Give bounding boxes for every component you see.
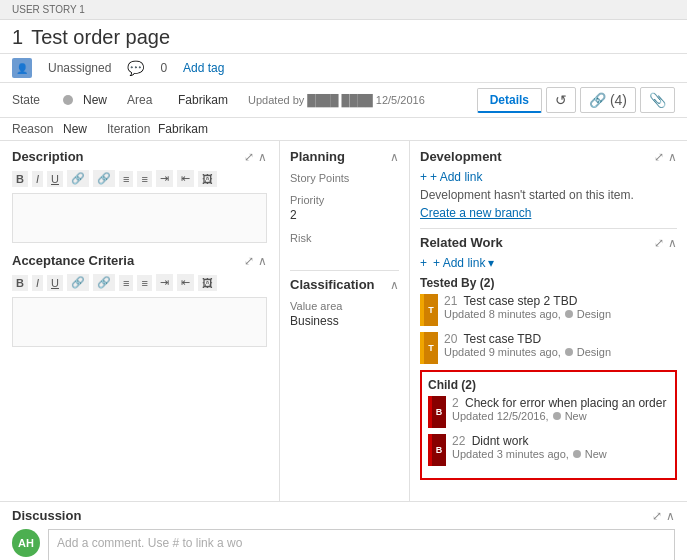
dev-collapse-icon[interactable]: ∧ <box>668 150 677 164</box>
related-expand-icon[interactable]: ⤢ <box>654 236 664 250</box>
fields-row: State New Area Fabrikam Updated by ████ … <box>0 83 687 118</box>
child-header: Child (2) <box>428 378 669 392</box>
top-bar: USER STORY 1 <box>0 0 687 20</box>
ac-underline-btn[interactable]: U <box>47 275 63 291</box>
item-info-20: 20 Test case TBD Updated 9 minutes ago, … <box>444 332 611 358</box>
acceptance-editor[interactable] <box>12 297 267 347</box>
acceptance-toolbar: B I U 🔗 🔗 ≡ ≡ ⇥ ⇤ 🖼 <box>12 274 267 291</box>
acceptance-icons: ⤢ ∧ <box>244 254 267 268</box>
item-title-20: 20 Test case TBD <box>444 332 611 346</box>
create-branch-link[interactable]: Create a new branch <box>420 206 677 220</box>
link-btn-1[interactable]: 🔗 <box>67 170 89 187</box>
collapse-acceptance-icon[interactable]: ∧ <box>258 254 267 268</box>
child-section: Child (2) B 2 Check for error when placi… <box>420 370 677 480</box>
related-work-header: Related Work ⤢ ∧ <box>420 228 677 250</box>
child-badge-2: B <box>428 396 446 428</box>
badge-20: T <box>420 332 438 364</box>
acceptance-section-header: Acceptance Criteria ⤢ ∧ <box>12 253 267 268</box>
badge-21: T <box>420 294 438 326</box>
underline-btn[interactable]: U <box>47 171 63 187</box>
disc-collapse-icon[interactable]: ∧ <box>666 509 675 523</box>
badge-type-21: T <box>424 294 438 326</box>
related-item-2: T 20 Test case TBD Updated 9 minutes ago… <box>420 332 677 364</box>
left-column: Description ⤢ ∧ B I U 🔗 🔗 ≡ ≡ ⇥ ⇤ 🖼 Acce… <box>0 141 280 501</box>
related-add-link[interactable]: + + Add link ▾ <box>420 256 677 270</box>
image-btn[interactable]: 🖼 <box>198 171 217 187</box>
area-value: Fabrikam <box>178 93 228 107</box>
outdent-btn[interactable]: ⇤ <box>177 170 194 187</box>
ac-list-btn-1[interactable]: ≡ <box>119 275 133 291</box>
ac-italic-btn[interactable]: I <box>32 275 43 291</box>
work-item-number: 1 <box>12 26 23 49</box>
child-item-info-2: 2 Check for error when placing an order … <box>452 396 666 422</box>
related-collapse-icon[interactable]: ∧ <box>668 236 677 250</box>
planning-collapse-icon[interactable]: ∧ <box>390 150 399 164</box>
tab-history[interactable]: ↺ <box>546 87 576 113</box>
area-field: Area Fabrikam <box>127 93 228 107</box>
child-item-2: B 22 Didnt work Updated 3 minutes ago, N… <box>428 434 669 466</box>
meta-row: 👤 Unassigned 💬 0 Add tag <box>0 54 687 83</box>
work-item-title: Test order page <box>31 26 170 49</box>
disc-expand-icon[interactable]: ⤢ <box>652 509 662 523</box>
description-section-header: Description ⤢ ∧ <box>12 149 267 164</box>
dev-expand-icon[interactable]: ⤢ <box>654 150 664 164</box>
child-item-info-22: 22 Didnt work Updated 3 minutes ago, New <box>452 434 607 460</box>
development-header: Development ⤢ ∧ <box>420 149 677 164</box>
child-item-title-2: 2 Check for error when placing an order <box>452 396 666 410</box>
area-label: Area <box>127 93 172 107</box>
ac-indent-btn[interactable]: ⇥ <box>156 274 173 291</box>
ac-image-btn[interactable]: 🖼 <box>198 275 217 291</box>
description-editor[interactable] <box>12 193 267 243</box>
dev-add-link[interactable]: + + Add link <box>420 170 677 184</box>
iteration-value: Fabrikam <box>158 122 208 136</box>
reason-label: Reason <box>12 122 57 136</box>
state-value: New <box>83 93 107 107</box>
dev-no-start-msg: Development hasn't started on this item. <box>420 188 677 202</box>
add-tag-button[interactable]: Add tag <box>183 61 224 75</box>
expand-acceptance-icon[interactable]: ⤢ <box>244 254 254 268</box>
discussion-section: Discussion ⤢ ∧ AH Add a comment. Use # t… <box>0 501 687 560</box>
tab-links[interactable]: 🔗 (4) <box>580 87 636 113</box>
collapse-icon[interactable]: ∧ <box>258 150 267 164</box>
status-dot-20 <box>565 348 573 356</box>
title-row: 1 Test order page <box>0 20 687 54</box>
risk-value <box>290 246 399 260</box>
ac-outdent-btn[interactable]: ⇤ <box>177 274 194 291</box>
ac-link-btn-2[interactable]: 🔗 <box>93 274 115 291</box>
middle-column: Planning ∧ Story Points Priority 2 Risk … <box>280 141 410 501</box>
child-status-dot-22 <box>573 450 581 458</box>
ac-bold-btn[interactable]: B <box>12 275 28 291</box>
link-btn-2[interactable]: 🔗 <box>93 170 115 187</box>
child-item-meta-2: Updated 12/5/2016, New <box>452 410 666 422</box>
comment-input[interactable]: Add a comment. Use # to link a wo <box>48 529 675 560</box>
classification-title: Classification <box>290 277 375 292</box>
iteration-field: Iteration Fabrikam <box>107 122 208 136</box>
user-avatar: AH <box>12 529 40 557</box>
item-meta-21: Updated 8 minutes ago, Design <box>444 308 611 320</box>
status-dot-21 <box>565 310 573 318</box>
story-points-label: Story Points <box>290 172 399 184</box>
discussion-input-area: AH Add a comment. Use # to link a wo <box>12 529 675 560</box>
user-story-label: USER STORY 1 <box>12 4 85 15</box>
tab-details[interactable]: Details <box>477 88 542 113</box>
assignee-value: Unassigned <box>48 61 111 75</box>
bold-btn[interactable]: B <box>12 171 28 187</box>
iteration-label: Iteration <box>107 122 152 136</box>
description-toolbar: B I U 🔗 🔗 ≡ ≡ ⇥ ⇤ 🖼 <box>12 170 267 187</box>
comment-icon: 💬 <box>127 60 144 76</box>
child-status-dot-2 <box>553 412 561 420</box>
ac-link-btn-1[interactable]: 🔗 <box>67 274 89 291</box>
classification-header: Classification ∧ <box>290 277 399 292</box>
child-badge-type-2: B <box>432 396 446 428</box>
expand-icon[interactable]: ⤢ <box>244 150 254 164</box>
italic-btn[interactable]: I <box>32 171 43 187</box>
tab-attachments[interactable]: 📎 <box>640 87 675 113</box>
list-btn-1[interactable]: ≡ <box>119 171 133 187</box>
reason-value: New <box>63 122 87 136</box>
description-title: Description <box>12 149 84 164</box>
indent-btn[interactable]: ⇥ <box>156 170 173 187</box>
ac-list-btn-2[interactable]: ≡ <box>137 275 151 291</box>
priority-value: 2 <box>290 208 399 222</box>
list-btn-2[interactable]: ≡ <box>137 171 151 187</box>
classification-collapse-icon[interactable]: ∧ <box>390 278 399 292</box>
